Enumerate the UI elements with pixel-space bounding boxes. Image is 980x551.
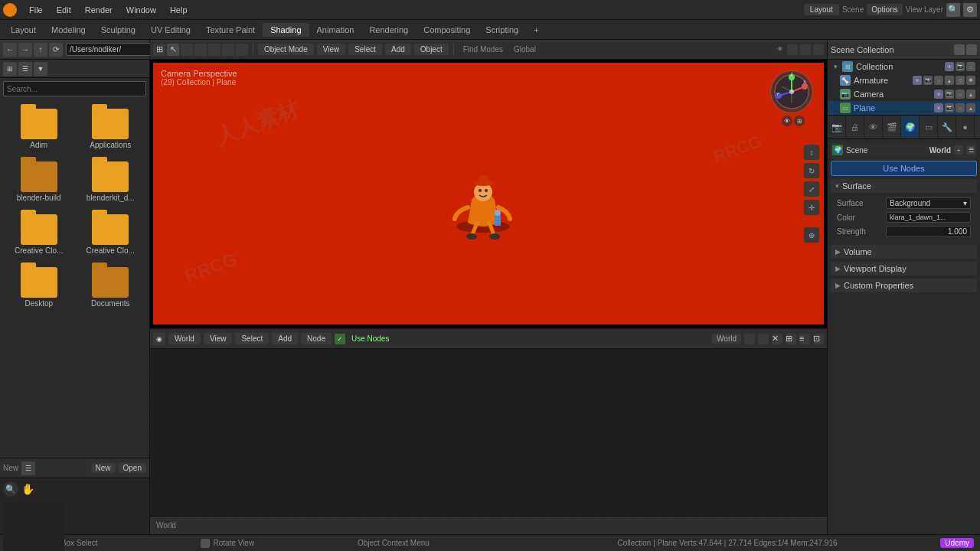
tab-layout[interactable]: Layout	[3, 23, 44, 37]
collection-vis-eye[interactable]: 👁	[945, 62, 954, 71]
view-label[interactable]: New	[3, 464, 18, 472]
camera-vis-cam[interactable]: 📷	[945, 90, 954, 99]
gizmo-sphere[interactable]: X Z Y	[770, 70, 813, 113]
node-expand-btn[interactable]: ⊞	[786, 334, 796, 344]
node-select-btn[interactable]: Select	[235, 333, 269, 344]
cursor-tool-btn[interactable]: ⊕	[804, 227, 819, 243]
up-btn[interactable]: ↑	[34, 43, 47, 57]
tab-object-props[interactable]: ▭	[920, 116, 938, 139]
tab-sculpting[interactable]: Sculpting	[93, 23, 143, 37]
folder-blender-build[interactable]: blender-build	[6, 158, 72, 205]
grid-view-btn[interactable]: ⊞	[3, 62, 17, 76]
volume-section-header[interactable]: ▶ Volume	[831, 245, 977, 259]
armature-vis-eye[interactable]: 👁	[913, 76, 922, 85]
tab-modeling[interactable]: Modeling	[44, 23, 93, 37]
display-mode-btn[interactable]	[787, 44, 798, 55]
viewport-view-btn[interactable]: View	[317, 44, 346, 55]
tab-world-props[interactable]: 🌍	[901, 116, 920, 139]
armature-vis-cam[interactable]: 📷	[923, 76, 933, 85]
menu-window[interactable]: Window	[120, 4, 162, 16]
plane-vis-extra[interactable]: ▲	[966, 103, 975, 112]
collection-vis-cam[interactable]: 📷	[956, 62, 965, 71]
list-mode-btn[interactable]: ☰	[21, 461, 35, 475]
tab-scene-props[interactable]: 🎬	[883, 116, 901, 139]
viewport-icon[interactable]: ⊞	[153, 44, 165, 56]
toolbar-btn4[interactable]	[222, 44, 234, 56]
select-tool[interactable]: ↖	[167, 44, 179, 56]
toolbar-btn3[interactable]	[208, 44, 220, 56]
plane-vis-render[interactable]: ○	[956, 103, 965, 112]
camera-vis-render[interactable]: ○	[956, 90, 965, 99]
plane-vis-cam[interactable]: 📷	[945, 103, 954, 112]
node-close-btn[interactable]: ✕	[772, 334, 782, 344]
camera-vis-extra[interactable]: ▲	[966, 90, 975, 99]
shading-mode-btn[interactable]	[813, 44, 824, 55]
node-view-btn[interactable]: View	[204, 333, 233, 344]
toolbar-btn5[interactable]	[236, 44, 248, 56]
plane-vis-eye[interactable]: 👁	[934, 103, 943, 112]
browse-world-btn[interactable]: ☰	[966, 145, 975, 155]
armature-vis-extra3[interactable]: ✱	[966, 76, 975, 85]
transform-tool-btn[interactable]: ✛	[804, 200, 819, 215]
back-btn[interactable]: ←	[3, 43, 17, 57]
node-editor-icon[interactable]: ◉	[153, 333, 165, 345]
perspective-btn[interactable]: 👁	[782, 116, 792, 126]
menu-file[interactable]: File	[23, 4, 49, 16]
viewport-select-btn[interactable]: Select	[348, 44, 382, 55]
viewport-object-btn[interactable]: Object	[414, 44, 449, 55]
object-mode-btn[interactable]: Object Mode	[258, 44, 314, 55]
use-nodes-label[interactable]: Use Nodes	[348, 333, 392, 344]
tab-material-props[interactable]: ●	[956, 116, 975, 139]
camera-item[interactable]: 📷 Camera 👁 📷 ○ ▲	[828, 87, 980, 101]
world-pin-btn[interactable]: World	[712, 334, 741, 344]
folder-documents[interactable]: Documents	[78, 264, 144, 311]
folder-applications[interactable]: Applications	[78, 106, 144, 152]
menu-render[interactable]: Render	[79, 4, 119, 16]
tab-add[interactable]: +	[526, 23, 546, 37]
tab-modifier-props[interactable]: 🔧	[938, 116, 956, 139]
use-nodes-icon[interactable]: ✓	[335, 334, 345, 344]
tab-view[interactable]: 👁	[864, 116, 883, 139]
node-node-btn[interactable]: Node	[301, 333, 332, 344]
refresh-btn[interactable]: ⟳	[49, 43, 63, 57]
search-input[interactable]	[3, 81, 146, 96]
tab-texture-paint[interactable]: Texture Paint	[198, 23, 263, 37]
armature-item[interactable]: 🦴 Armature 👁 📷 ○ ▲ ◇ ✱	[828, 73, 980, 87]
world-mode-btn[interactable]: World	[168, 333, 201, 344]
render-mode-btn[interactable]	[800, 44, 811, 55]
surface-section-header[interactable]: ▾ Surface	[831, 179, 977, 193]
new-world-btn[interactable]: +	[954, 145, 963, 155]
new-file-btn[interactable]: New	[91, 463, 116, 473]
layout-btn[interactable]: Layout	[804, 4, 839, 15]
node-settings-btn[interactable]: ≡	[799, 334, 810, 344]
navigation-gizmo[interactable]: X Z Y 👁 ⊞	[770, 70, 816, 116]
viewport-overlays-btn[interactable]: 👁	[776, 44, 785, 54]
tab-uv-editing[interactable]: UV Editing	[143, 23, 198, 37]
search-outliner-btn[interactable]	[966, 44, 977, 55]
node-add-btn[interactable]: Add	[272, 333, 298, 344]
tab-render[interactable]: 📷	[828, 116, 846, 139]
toolbar-btn2[interactable]	[194, 44, 207, 56]
folder-creative1[interactable]: Creative Clo...	[6, 211, 72, 258]
viewport-display-header[interactable]: ▶ Viewport Display	[831, 262, 977, 276]
search-btn[interactable]: 🔍	[946, 3, 960, 17]
folder-desktop[interactable]: Desktop	[6, 264, 72, 311]
move-tool-btn[interactable]: ↕	[804, 145, 819, 160]
find-modes-btn[interactable]: Find Modes	[459, 44, 508, 55]
armature-vis-extra[interactable]: ▲	[945, 76, 954, 85]
collection-item[interactable]: ▾ ⊞ Collection 👁 📷 ○	[828, 60, 980, 73]
folder-blenderkit[interactable]: blenderkit_d...	[78, 158, 144, 205]
camera-vis-eye[interactable]: 👁	[934, 90, 943, 99]
toolbar-btn1[interactable]	[181, 44, 193, 56]
open-file-btn[interactable]: Open	[119, 463, 146, 473]
node-canvas[interactable]: Texture Coordinate Generated Normal	[150, 349, 827, 516]
ortho-btn[interactable]: ⊞	[794, 116, 805, 126]
plane-item[interactable]: ▭ Plane 👁 📷 ○ ▲	[828, 101, 980, 115]
filter-sidebar-btn[interactable]: ▼	[34, 62, 47, 76]
sidebar-search-icon[interactable]: 🔍	[3, 481, 18, 497]
strength-prop-val[interactable]: 1.000	[886, 226, 971, 237]
fwd-btn[interactable]: →	[18, 43, 32, 57]
menu-edit[interactable]: Edit	[51, 4, 77, 16]
custom-props-header[interactable]: ▶ Custom Properties	[831, 279, 977, 292]
options-btn[interactable]: Options	[867, 4, 902, 15]
